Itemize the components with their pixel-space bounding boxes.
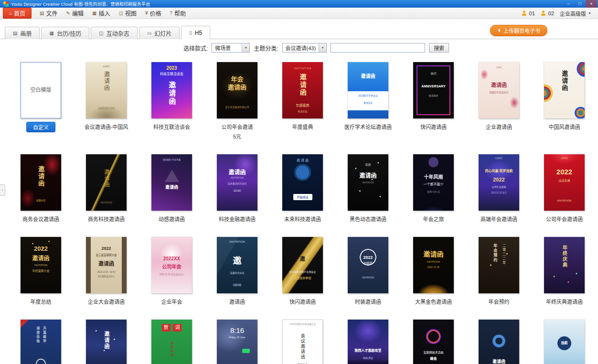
template-thumbnail[interactable]: 邀请函诚邀出席 <box>21 154 61 211</box>
search-input[interactable] <box>331 43 425 53</box>
template-thumbnail[interactable]: 2022第三届互联网大会邀请函2022.12.30 · 00:00北京国际会议中… <box>86 237 127 293</box>
template-thumbnail[interactable]: 二零二二年年会预约 <box>479 237 519 293</box>
template-thumbnail[interactable]: 2022时装周INVITATION <box>348 237 388 293</box>
menu-item-view[interactable]: ◫视图 <box>114 8 140 19</box>
upload-ebook-button[interactable]: ⬆ 上传翻页电子书 <box>490 25 547 36</box>
template-card[interactable]: 2022时装周INVITATION时装邀请函 <box>348 237 388 305</box>
template-thumbnail[interactable]: 年会邀请函北京某某集团有限公司 <box>217 62 257 118</box>
tab-h5[interactable]: ▯H5 <box>181 26 210 39</box>
template-card[interactable]: 远航2022中国国际邀请函 <box>544 320 585 364</box>
style-select[interactable]: 微场景 ▾ <box>212 43 250 53</box>
template-thumbnail[interactable]: LOGO同心共赢 筑梦远航2022公司年会盛典2022.01.20 北京 <box>479 154 519 211</box>
template-card[interactable]: 邀请函INVITATION2022.12.30大黑金色邀请函 <box>413 237 454 305</box>
template-thumbnail[interactable]: 邀请函 <box>86 320 127 364</box>
template-card[interactable]: 十年风雨一个都不能少故事与你·说年会之旅 <box>413 154 454 223</box>
maximize-button[interactable]: □ <box>574 0 586 8</box>
template-card[interactable]: 年终庆典年终庆典邀请函 <box>544 237 585 305</box>
template-card[interactable]: CARD邀请函诚邀您拨冗莅临会议邀请函-中国风 <box>86 62 127 140</box>
template-thumbnail[interactable]: 2022中国饮品科技发展大会会议邀请函敬请出席 <box>282 320 323 364</box>
template-card[interactable]: INVITATION邀诚邀您的出席08/06邀请函 <box>217 237 257 305</box>
template-card[interactable]: 快闪ANNIVERSARY敬请期待快闪邀请函 <box>413 62 454 140</box>
template-thumbnail[interactable]: 邀请函 <box>544 62 585 118</box>
template-thumbnail[interactable]: 邀请函INVITATION诚挚邀请您的出席12:02 <box>217 154 257 211</box>
customize-button[interactable]: 自定义 <box>26 122 55 132</box>
template-thumbnail[interactable]: 远航2022中国国际邀请函 <box>544 320 585 364</box>
template-thumbnail[interactable]: INVITATION邀诚邀您的出席08/06 <box>217 237 257 293</box>
minimize-button[interactable]: – <box>563 0 574 8</box>
template-thumbnail[interactable]: I N V I T A T I O N邀请函年度盛典敬请莅临 <box>282 62 323 118</box>
template-thumbnail[interactable]: 诚邀莅临共襄盛举 <box>21 320 61 364</box>
template-thumbnail[interactable]: 十年风雨一个都不能少故事与你·说 <box>413 154 454 211</box>
template-thumbnail[interactable]: 陕西人才激励攻坚中国·西安 <box>348 320 388 364</box>
template-card[interactable]: 空白模版自定义 <box>21 62 61 140</box>
thumb-text: 2022 <box>21 245 61 252</box>
template-card[interactable]: I N V I T A T I O N邀请函年度盛典敬请莅临年度盛典 <box>282 62 323 140</box>
dropdown-arrow-icon[interactable]: ▾ <box>319 43 326 52</box>
tab-album[interactable]: ▤画册 <box>5 27 40 39</box>
template-card[interactable]: 1840邀请函诚邀您的莅临指导企业邀请函 <box>479 62 519 140</box>
tab-calendar[interactable]: ▦台历/挂历 <box>41 27 89 39</box>
template-card[interactable]: 陕西人才激励攻坚中国·西安 <box>348 320 388 364</box>
template-thumbnail[interactable]: 年终庆典 <box>544 237 585 293</box>
template-card[interactable]: 年会邀请函北京某某集团有限公司公司年会邀请5元 <box>217 62 257 140</box>
template-thumbnail[interactable]: 邀请函2023医学学术会议敬请出席 <box>348 62 388 118</box>
template-card[interactable]: LOGO2022虎虎生威INVITATION公司年会邀请函 <box>544 154 585 223</box>
template-card[interactable]: 邀第13届新零售产业博览会诚邀您的参加快闪邀请函 <box>282 237 323 305</box>
template-card[interactable]: 2022邀请函INVITATION年终盛典大会年度总结 <box>21 237 61 305</box>
template-card[interactable]: 邀请函 <box>479 320 519 364</box>
collapsed-panel-handle[interactable]: › <box>0 184 5 196</box>
tab-magazine[interactable]: ◫互动杂志 <box>91 27 137 39</box>
template-card[interactable]: 邀 请 函开始阅读未来科技邀请函 <box>282 154 323 223</box>
menu-item-help[interactable]: ?帮助 <box>165 8 190 19</box>
template-thumbnail[interactable]: 互联网技术高峰峰会 <box>413 320 454 364</box>
template-thumbnail[interactable]: 邀请函INVITATION2022.12.30 <box>413 237 454 293</box>
template-thumbnail[interactable]: 贺词恭贺新禧 <box>151 320 192 364</box>
template-card[interactable]: 互联网技术高峰峰会 <box>413 320 454 364</box>
home-button[interactable]: ⌂ 首页 <box>3 8 32 19</box>
template-card[interactable]: 贺词恭贺新禧 <box>151 320 192 364</box>
template-card[interactable]: 诚邀莅临共襄盛举 <box>21 320 61 364</box>
close-button[interactable]: × <box>586 0 597 8</box>
template-thumbnail[interactable]: 快闪ANNIVERSARY敬请期待 <box>413 62 454 118</box>
user-badge-2[interactable]: 02 <box>541 11 554 16</box>
menu-item-edit[interactable]: ✎编辑 <box>62 8 88 19</box>
template-card[interactable]: 邀请函2023医学学术会议敬请出席医疗学术论坛邀请函 <box>348 62 388 140</box>
template-thumbnail[interactable]: 邀请函INVITATION <box>86 154 127 211</box>
template-thumbnail[interactable]: 邀第13届新零售产业博览会诚邀您的参加 <box>282 237 323 293</box>
template-card[interactable]: 2022中国饮品科技发展大会会议邀请函敬请出席 <box>282 320 323 364</box>
template-thumbnail[interactable]: 8:16Friday, 15 June <box>217 320 257 364</box>
menu-item-price[interactable]: ¥价格 <box>141 8 166 19</box>
template-card[interactable]: 2023科技互联洽谈会邀请函科技互联洽谈会 <box>151 62 192 140</box>
menu-item-insert[interactable]: ▦插入 <box>88 8 114 19</box>
template-thumbnail[interactable]: 即刻相约 不见不散邀请函 <box>151 154 192 211</box>
template-card[interactable]: 邀请函中国风邀请函 <box>544 62 585 140</box>
template-card[interactable]: LOGO同心共赢 筑梦远航2022公司年会盛典2022.01.20 北京高端年会… <box>479 154 519 223</box>
template-thumbnail[interactable]: 2022邀请函INVITATION年终盛典大会 <box>21 237 61 293</box>
user-badge-1[interactable]: 01 <box>522 11 535 16</box>
template-card[interactable]: 邀请函INVITATION诚挚邀请您的出席12:02科技金融邀请函 <box>217 154 257 223</box>
template-thumbnail[interactable]: 邀请函 <box>479 320 519 364</box>
template-thumbnail[interactable]: 2022XX公司年会2022.12.30 北京会议中心 <box>151 237 192 293</box>
template-card[interactable]: 邀请函 <box>86 320 127 364</box>
template-thumbnail[interactable]: LOGO2022虎虎生威INVITATION <box>544 154 585 211</box>
template-thumbnail[interactable]: 空白模版 <box>21 62 61 118</box>
template-card[interactable]: 二零二二年年会预约年会预约 <box>479 237 519 305</box>
template-thumbnail[interactable]: 邀 请 函开始阅读 <box>282 154 323 211</box>
template-thumbnail[interactable]: CARD邀请函诚邀您拨冗莅临 <box>86 62 127 118</box>
template-card[interactable]: 2022XX公司年会2022.12.30 北京会议中心企业年会 <box>151 237 192 305</box>
template-card[interactable]: 2022第三届互联网大会邀请函2022.12.30 · 00:00北京国际会议中… <box>86 237 127 305</box>
template-card[interactable]: 年终邀请函INVITATION黑色动态邀请函 <box>348 154 388 223</box>
template-card[interactable]: 邀请函诚邀出席商务会议邀请函 <box>21 154 61 223</box>
template-card[interactable]: 8:16Friday, 15 June <box>217 320 257 364</box>
category-select[interactable]: 会议邀请(43) ▾ <box>282 43 327 53</box>
dropdown-arrow-icon[interactable]: ▾ <box>242 43 249 52</box>
template-card[interactable]: 邀请函INVITATION商务科技邀请函 <box>86 154 127 223</box>
search-button[interactable]: 搜索 <box>429 43 449 53</box>
tab-slides[interactable]: ▭幻灯片 <box>139 27 180 39</box>
template-card[interactable]: 即刻相约 不见不散邀请函动感邀请函 <box>151 154 192 223</box>
template-thumbnail[interactable]: 年终邀请函INVITATION <box>348 154 388 211</box>
template-thumbnail[interactable]: 2023科技互联洽谈会邀请函 <box>151 62 192 118</box>
account-dropdown[interactable]: 企业高级版 ▼ <box>560 10 591 17</box>
template-thumbnail[interactable]: 1840邀请函诚邀您的莅临指导 <box>479 62 519 118</box>
menu-item-file[interactable]: ▤文件 <box>35 8 62 19</box>
